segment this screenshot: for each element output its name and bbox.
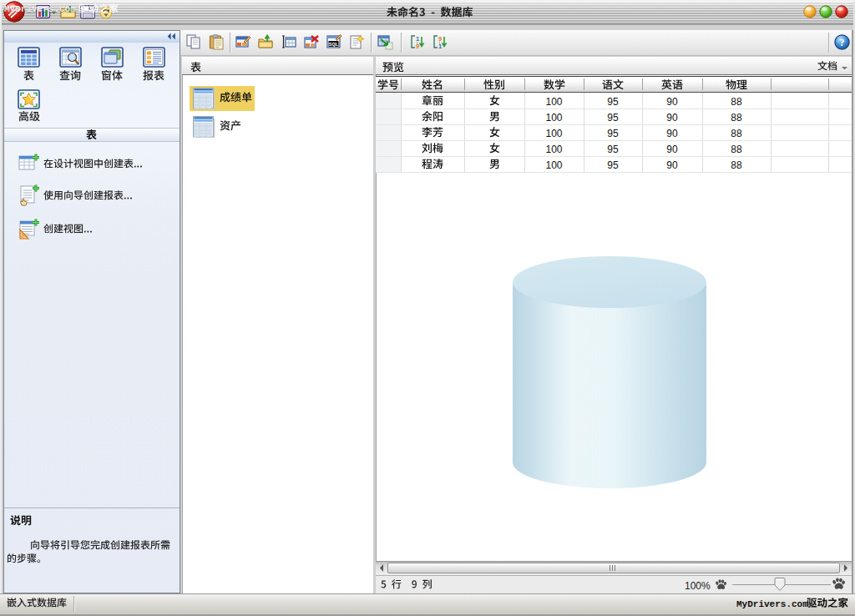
svg-text:SQL: SQL [329,42,339,47]
svg-text:1: 1 [416,35,419,43]
svg-text:1: 1 [438,43,442,50]
svg-text:9: 9 [438,35,442,43]
svg-text:?: ? [840,37,845,48]
svg-text:9: 9 [416,43,419,50]
